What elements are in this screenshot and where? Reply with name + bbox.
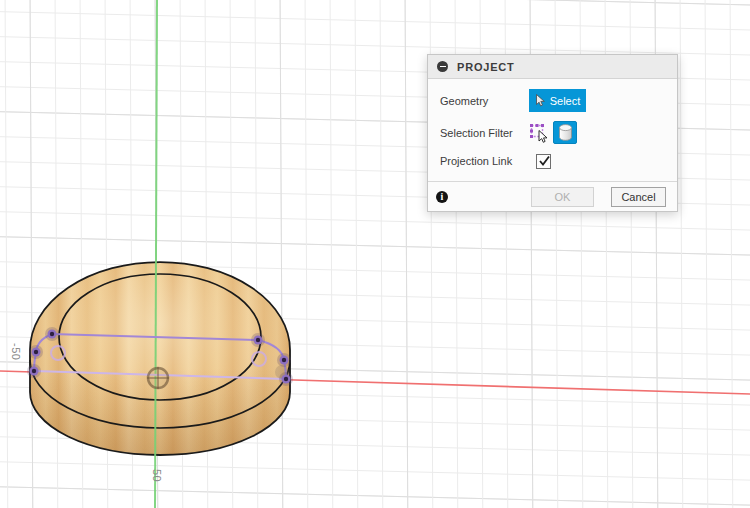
dialog-body: Geometry Select Selection Filter [428,79,677,181]
wooden-disc-body[interactable] [30,262,290,455]
cursor-arrow-icon [539,130,547,142]
selection-filter-row: Selection Filter [428,116,677,149]
info-icon[interactable]: i [436,191,448,203]
select-button-label: Select [550,95,581,107]
geometry-label: Geometry [440,95,529,107]
geometry-select-button[interactable]: Select [529,89,586,112]
projection-link-row: Projection Link [428,149,677,173]
origin-center-marker[interactable] [147,367,169,389]
selection-filter-label: Selection Filter [440,127,529,139]
geometry-row: Geometry Select [428,85,677,116]
x-axis-tick-label: -50 [10,343,22,360]
dialog-title: PROJECT [457,61,515,73]
projection-link-label: Projection Link [440,155,529,167]
cylinder-body-icon [558,124,573,141]
dialog-footer: i OK Cancel [428,181,677,211]
project-dialog: PROJECT Geometry Select Selection Filter [427,54,678,212]
dialog-title-bar[interactable]: PROJECT [428,55,677,79]
cursor-arrow-icon [535,94,546,107]
body-filter-toggle-button[interactable] [553,121,577,144]
marquee-select-icon[interactable] [529,122,549,144]
checkmark-icon [537,153,552,168]
y-axis-tick-label: 50 [151,469,163,482]
collapse-minus-icon[interactable] [437,61,448,72]
viewport-canvas: -50 50 PROJECT Geometry Select Selection… [0,0,750,508]
cancel-button[interactable]: Cancel [611,187,666,207]
ok-button[interactable]: OK [531,187,594,207]
projection-link-checkbox[interactable] [536,154,551,169]
